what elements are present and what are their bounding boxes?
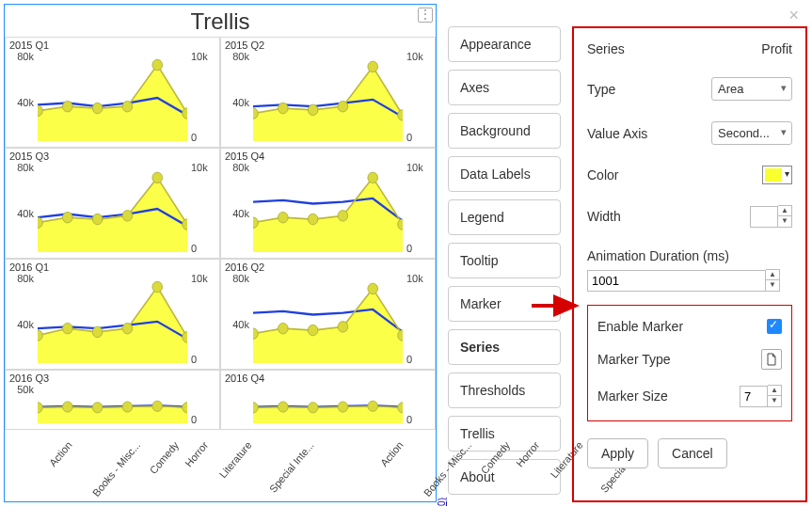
cell-title: 2016 Q1 xyxy=(9,262,215,273)
trellis-cell: 2015 Q3 80k40k 10k0 xyxy=(5,148,220,259)
y-right-axis: 10k0 xyxy=(406,273,433,365)
cell-title: 2015 Q1 xyxy=(9,40,215,51)
xaxis-row: ActionBooks - Misc...ComedyHorrorLiterat… xyxy=(5,430,436,496)
trellis-grid: 2015 Q1 80k40k 10k0 2015 Q2 80k40k 10k0 … xyxy=(5,37,436,430)
prop-marker-size-input[interactable] xyxy=(740,386,768,407)
svg-point-43 xyxy=(279,402,289,412)
prop-enable-marker-checkbox[interactable] xyxy=(767,319,782,334)
cell-plot xyxy=(38,277,187,363)
prop-animation-spinner[interactable]: ▲▼ xyxy=(587,269,792,292)
nav-item-series[interactable]: Series xyxy=(448,329,561,365)
trellis-cell: 2015 Q1 80k40k 10k0 xyxy=(5,37,220,148)
cell-plot xyxy=(38,55,187,141)
svg-point-44 xyxy=(308,403,318,413)
prop-color-picker[interactable] xyxy=(762,166,792,184)
viz-title: Trellis xyxy=(5,5,436,37)
svg-point-39 xyxy=(122,402,133,412)
x-axis: ActionBooks - Misc...ComedyHorrorLiterat… xyxy=(5,430,336,496)
nav-item-tooltip[interactable]: Tooltip xyxy=(448,243,561,278)
y-left-axis: 80k40k xyxy=(8,273,34,365)
y-left-axis: 50k xyxy=(8,384,34,425)
svg-point-22 xyxy=(368,172,378,183)
spin-down-icon[interactable]: ▼ xyxy=(778,216,791,227)
cell-plot xyxy=(253,388,403,423)
cell-title: 2016 Q2 xyxy=(225,262,431,273)
prop-animation-input[interactable] xyxy=(587,270,766,292)
cell-title: 2016 Q3 xyxy=(9,372,215,384)
y-right-axis: 10k0 xyxy=(406,162,433,254)
nav-item-background[interactable]: Background xyxy=(448,113,561,149)
spin-up-icon[interactable]: ▲ xyxy=(766,270,779,280)
y-right-axis: 10k0 xyxy=(191,162,217,254)
prop-value-axis-label: Value Axis xyxy=(587,126,647,141)
svg-point-9 xyxy=(338,101,348,112)
cell-plot xyxy=(38,388,187,423)
prop-color-label: Color xyxy=(587,167,618,182)
apply-button[interactable]: Apply xyxy=(587,438,648,468)
spin-down-icon[interactable]: ▼ xyxy=(766,280,779,291)
svg-point-37 xyxy=(63,402,73,412)
prop-marker-type-label: Marker Type xyxy=(597,352,671,367)
nav-item-marker[interactable]: Marker xyxy=(448,286,561,322)
svg-point-20 xyxy=(308,214,318,225)
svg-point-7 xyxy=(279,103,289,114)
cell-title: 2015 Q2 xyxy=(225,40,431,51)
svg-point-46 xyxy=(368,401,378,411)
cell-title: 2015 Q3 xyxy=(9,151,215,162)
trellis-cell: 2016 Q3 50k 0 xyxy=(5,370,220,430)
nav-item-thresholds[interactable]: Thresholds xyxy=(448,372,561,408)
y-left-axis: 80k40k xyxy=(223,162,249,254)
svg-point-40 xyxy=(152,401,163,411)
nav-item-legend[interactable]: Legend xyxy=(448,199,561,235)
prop-value-axis-select[interactable]: Second... xyxy=(711,121,792,145)
cancel-button[interactable]: Cancel xyxy=(658,438,727,468)
prop-marker-type-picker[interactable] xyxy=(761,349,782,370)
svg-point-31 xyxy=(279,323,289,334)
viz-credit-link[interactable]: http://vitara.co (4.6.0.750) xyxy=(437,498,447,506)
prop-marker-size-label: Marker Size xyxy=(597,388,668,404)
svg-point-3 xyxy=(122,101,133,112)
spin-up-icon[interactable]: ▲ xyxy=(778,206,791,216)
cell-plot xyxy=(38,166,187,252)
svg-point-19 xyxy=(279,212,289,223)
nav-item-data-labels[interactable]: Data Labels xyxy=(448,156,561,192)
nav-item-axes[interactable]: Axes xyxy=(448,70,561,105)
svg-point-10 xyxy=(368,61,378,72)
svg-point-15 xyxy=(122,211,133,222)
y-left-axis: 80k40k xyxy=(8,51,34,143)
marker-settings-group: Enable Marker Marker Type Marker Size ▲▼ xyxy=(587,305,792,421)
svg-point-25 xyxy=(63,323,73,334)
prop-marker-size-spinner[interactable]: ▲▼ xyxy=(740,385,782,407)
settings-nav: AppearanceAxesBackgroundData LabelsLegen… xyxy=(448,4,561,502)
svg-point-8 xyxy=(308,104,318,115)
svg-point-14 xyxy=(92,214,103,225)
svg-point-34 xyxy=(368,283,378,294)
trellis-cell: 2016 Q2 80k40k 10k0 xyxy=(220,259,436,370)
cell-title: 2015 Q4 xyxy=(225,151,431,162)
series-properties-panel: Series Profit Type Area Value Axis Secon… xyxy=(572,26,807,502)
prop-animation-label: Animation Duration (ms) xyxy=(587,248,792,263)
prop-series-label: Series xyxy=(587,41,625,56)
svg-point-28 xyxy=(152,281,163,293)
nav-item-appearance[interactable]: Appearance xyxy=(448,26,561,62)
svg-point-27 xyxy=(122,323,133,334)
svg-point-26 xyxy=(92,326,103,338)
spin-up-icon[interactable]: ▲ xyxy=(768,386,781,396)
prop-series-value: Profit xyxy=(761,41,792,56)
spin-down-icon[interactable]: ▼ xyxy=(768,396,781,406)
close-icon[interactable]: × xyxy=(788,6,799,25)
svg-point-33 xyxy=(338,322,348,333)
svg-point-4 xyxy=(152,59,163,71)
y-left-axis: 80k40k xyxy=(8,162,34,254)
prop-width-input[interactable] xyxy=(750,206,778,228)
trellis-viz-panel: ⋮ Trellis 2015 Q1 80k40k 10k0 2015 Q2 80… xyxy=(4,4,437,502)
cell-plot xyxy=(253,55,403,141)
trellis-cell: 2016 Q1 80k40k 10k0 xyxy=(5,259,220,370)
cell-plot xyxy=(253,166,403,252)
viz-kebab-menu[interactable]: ⋮ xyxy=(418,8,433,23)
trellis-cell: 2015 Q4 80k40k 10k0 xyxy=(220,148,436,259)
prop-type-select[interactable]: Area xyxy=(711,77,792,101)
prop-width-spinner[interactable]: ▲▼ xyxy=(750,205,792,228)
svg-point-1 xyxy=(63,101,73,112)
prop-width-label: Width xyxy=(587,209,621,224)
